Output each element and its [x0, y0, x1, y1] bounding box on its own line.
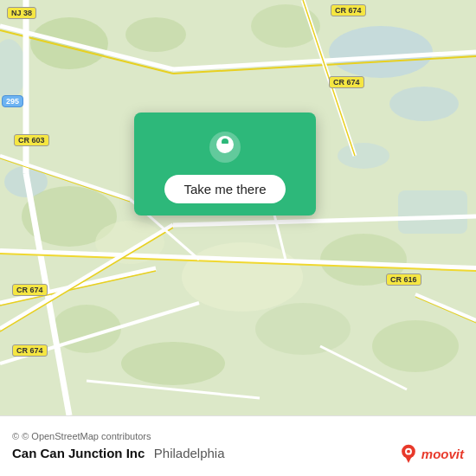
svg-point-9 — [125, 17, 186, 52]
location-pin-icon — [206, 128, 244, 166]
road-badge-295: 295 — [2, 95, 23, 107]
svg-point-3 — [338, 143, 389, 169]
road-badge-cr603: CR 603 — [14, 134, 49, 146]
city-name: Philadelphia — [154, 446, 225, 460]
moovit-logo: moovit — [399, 444, 464, 463]
place-name: Can Can Junction Inc — [12, 446, 145, 460]
road-badge-nj38: NJ 38 — [7, 7, 36, 19]
moovit-pin-icon — [399, 444, 418, 463]
road-badge-cr674-bottom: CR 674 — [12, 344, 48, 357]
road-badge-cr674-lower: CR 674 — [12, 284, 48, 296]
svg-point-7 — [255, 303, 351, 355]
moovit-label: moovit — [421, 447, 464, 461]
take-me-there-button[interactable]: Take me there — [164, 175, 285, 203]
svg-point-2 — [389, 87, 459, 121]
svg-point-1 — [329, 26, 433, 78]
map-container: NJ 38 295 CR 674 CR 603 CR 674 CR 674 CR… — [0, 0, 476, 415]
bottom-bar: © © OpenStreetMap contributors Can Can J… — [0, 415, 476, 476]
copyright-symbol: © — [12, 431, 19, 441]
svg-marker-47 — [404, 455, 412, 463]
map-card: Take me there — [134, 113, 316, 215]
road-badge-cr674-right: CR 674 — [329, 76, 364, 88]
svg-rect-6 — [398, 190, 467, 234]
svg-point-49 — [407, 450, 410, 453]
svg-point-13 — [121, 342, 225, 385]
road-badge-cr674-top: CR 674 — [331, 4, 366, 16]
svg-point-15 — [372, 320, 459, 372]
attribution-label: © OpenStreetMap contributors — [22, 431, 151, 441]
road-badge-cr616: CR 616 — [386, 273, 421, 286]
attribution-text: © © OpenStreetMap contributors — [12, 431, 464, 441]
